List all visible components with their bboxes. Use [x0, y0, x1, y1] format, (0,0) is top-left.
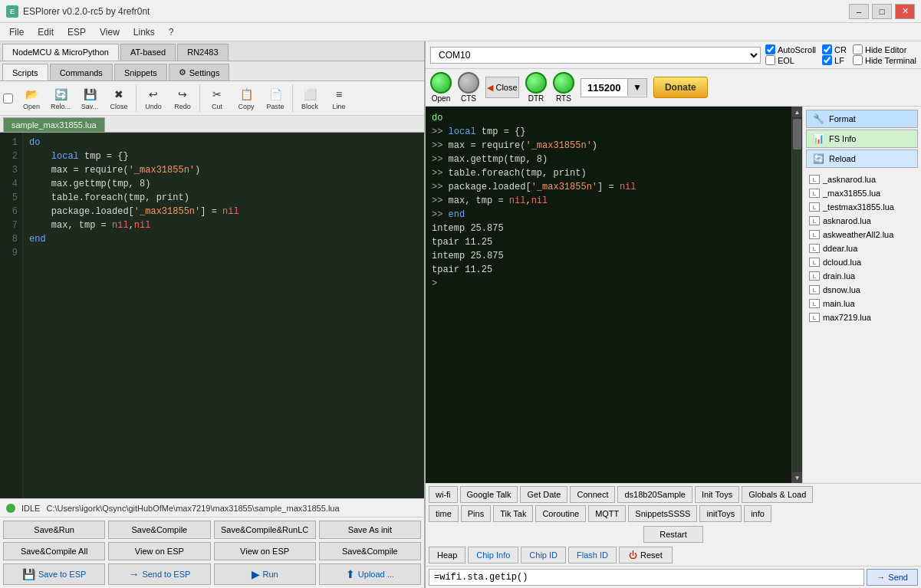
init-toys-button[interactable]: Init Toys — [695, 486, 739, 503]
tik-tak-button[interactable]: Tik Tak — [493, 505, 533, 522]
scroll-thumb[interactable] — [793, 119, 801, 149]
file-item[interactable]: L askweatherAll2.lua — [804, 228, 919, 241]
donate-button[interactable]: Donate — [653, 77, 708, 98]
run-button[interactable]: ▶ Run — [214, 563, 316, 585]
reset-button[interactable]: ⏻ Reset — [619, 547, 673, 563]
fs-info-button[interactable]: 📊 FS Info — [806, 130, 918, 148]
time-button[interactable]: time — [429, 505, 459, 522]
subtab-commands[interactable]: Commands — [50, 64, 113, 80]
file-item[interactable]: L ddear.lua — [804, 241, 919, 255]
save-compile-button[interactable]: Save&Compile — [108, 521, 210, 539]
code-editor[interactable]: 12345 6789 do local tmp = {} max = requi… — [0, 133, 424, 498]
pins-button[interactable]: Pins — [461, 505, 491, 522]
terminal[interactable]: do >> local tmp = {} >> max = require('_… — [426, 107, 791, 483]
reload-files-button[interactable]: 🔄 Reload — [806, 149, 918, 168]
select-all-checkbox[interactable] — [3, 94, 13, 103]
save-compile-runc-button[interactable]: Save&Compile&RunLC — [214, 521, 316, 539]
block-button[interactable]: ⬜ Block — [296, 84, 324, 113]
view-on-esp-2-button[interactable]: View on ESP — [214, 542, 316, 560]
scroll-track[interactable] — [792, 117, 802, 472]
init-toys-2-button[interactable]: initToys — [699, 505, 742, 522]
terminal-scrollbar[interactable]: ▲ ▼ — [791, 107, 802, 483]
minimize-button[interactable]: – — [849, 4, 869, 19]
info-button[interactable]: info — [744, 505, 771, 522]
baud-dropdown-arrow[interactable]: ▼ — [627, 79, 646, 96]
redo-label: Redo — [174, 103, 191, 110]
save-run-button[interactable]: Save&Run — [3, 521, 105, 539]
coroutine-button[interactable]: Coroutine — [535, 505, 586, 522]
close-file-button[interactable]: ✖ Close — [105, 84, 133, 113]
save-compile-2-button[interactable]: Save&Compile — [319, 542, 421, 560]
hide-terminal-checkbox[interactable]: Hide Terminal — [853, 55, 916, 65]
file-item[interactable]: L main.lua — [804, 297, 919, 310]
file-item[interactable]: L _testmax31855.lua — [804, 200, 919, 214]
maximize-button[interactable]: □ — [872, 4, 892, 19]
chip-info-button[interactable]: Chip Info — [468, 547, 518, 563]
save-as-init-button[interactable]: Save As init — [319, 521, 421, 539]
menu-help[interactable]: ? — [163, 25, 180, 39]
file-item[interactable]: L dcloud.lua — [804, 255, 919, 269]
file-item[interactable]: L _asknarod.lua — [804, 172, 919, 186]
subtab-scripts[interactable]: Scripts — [2, 64, 48, 80]
cut-button[interactable]: ✂ Cut — [203, 84, 231, 113]
open-port-button[interactable]: Open — [430, 72, 452, 103]
menu-edit[interactable]: Edit — [31, 25, 60, 39]
redo-button[interactable]: ↪ Redo — [169, 84, 196, 113]
save-compile-all-button[interactable]: Save&Compile All — [3, 542, 105, 560]
restart-button[interactable]: Restart — [643, 526, 702, 543]
close-port-box[interactable]: ◀ Close — [485, 77, 519, 98]
menu-links[interactable]: Links — [127, 25, 161, 39]
lf-checkbox[interactable]: LF — [822, 55, 847, 65]
scroll-down-arrow[interactable]: ▼ — [792, 472, 802, 483]
heap-button[interactable]: Heap — [429, 547, 465, 563]
view-on-esp-1-button[interactable]: View on ESP — [108, 542, 210, 560]
menu-view[interactable]: View — [94, 25, 126, 39]
open-button[interactable]: 📂 Open — [18, 84, 45, 113]
save-button[interactable]: 💾 Sav... — [76, 84, 104, 113]
menu-esp[interactable]: ESP — [61, 25, 92, 39]
flash-id-button[interactable]: Flash ID — [568, 547, 617, 563]
upload-button[interactable]: ⬆ Upload ... — [319, 563, 421, 585]
eol-checkbox[interactable]: EOL — [765, 55, 816, 65]
hide-editor-checkbox[interactable]: Hide Editor — [853, 44, 916, 54]
tab-at-based[interactable]: AT-based — [120, 44, 176, 61]
close-button[interactable]: ✕ — [895, 4, 915, 19]
snippets-ssss-button[interactable]: SnippetsSSSS — [628, 505, 697, 522]
file-item[interactable]: L drain.lua — [804, 269, 919, 283]
close-port-button[interactable]: ◀ Close — [485, 77, 519, 98]
code-content[interactable]: do local tmp = {} max = require('_max318… — [23, 133, 424, 498]
send-to-esp-button[interactable]: → Send to ESP — [108, 563, 210, 585]
get-date-button[interactable]: Get Date — [520, 486, 567, 503]
undo-button[interactable]: ↩ Undo — [140, 84, 167, 113]
copy-button[interactable]: 📋 Copy — [232, 84, 260, 113]
chip-id-button[interactable]: Chip ID — [521, 547, 566, 563]
save-to-esp-button[interactable]: 💾 Save to ESP — [3, 563, 105, 585]
subtab-snippets[interactable]: Snippets — [114, 64, 167, 80]
cr-checkbox[interactable]: CR — [822, 44, 847, 54]
tab-nodemcu[interactable]: NodeMCU & MicroPython — [2, 44, 119, 61]
subtab-settings[interactable]: ⚙ Settings — [169, 64, 230, 80]
google-talk-button[interactable]: Google Talk — [460, 486, 518, 503]
file-item[interactable]: L _max31855.lua — [804, 186, 919, 200]
line-button[interactable]: ≡ Line — [325, 84, 353, 113]
reload-button[interactable]: 🔄 Relo... — [47, 84, 74, 113]
ds18b20-button[interactable]: ds18b20Sample — [617, 486, 692, 503]
paste-button[interactable]: 📄 Paste — [261, 84, 289, 113]
baud-rate-selector[interactable]: 115200 ▼ — [581, 78, 647, 97]
send-button[interactable]: → Send — [867, 569, 918, 586]
globals-load-button[interactable]: Globals & Load — [742, 486, 813, 503]
scroll-up-arrow[interactable]: ▲ — [792, 107, 802, 117]
connect-button[interactable]: Connect — [570, 486, 615, 503]
format-button[interactable]: 🔧 Format — [806, 110, 918, 128]
com-port-select[interactable]: COM10 — [430, 47, 761, 64]
wifi-button[interactable]: wi-fi — [429, 486, 458, 503]
autoscroll-checkbox[interactable]: AutoScroll — [765, 44, 816, 54]
file-item[interactable]: L dsnow.lua — [804, 283, 919, 297]
file-item[interactable]: L asknarod.lua — [804, 214, 919, 228]
tab-rn2483[interactable]: RN2483 — [177, 44, 228, 61]
menu-file[interactable]: File — [3, 25, 30, 39]
file-item[interactable]: L max7219.lua — [804, 310, 919, 324]
command-input[interactable] — [429, 569, 864, 586]
mqtt-button[interactable]: MQTT — [588, 505, 626, 522]
file-tab[interactable]: sample_max31855.lua — [3, 117, 105, 132]
